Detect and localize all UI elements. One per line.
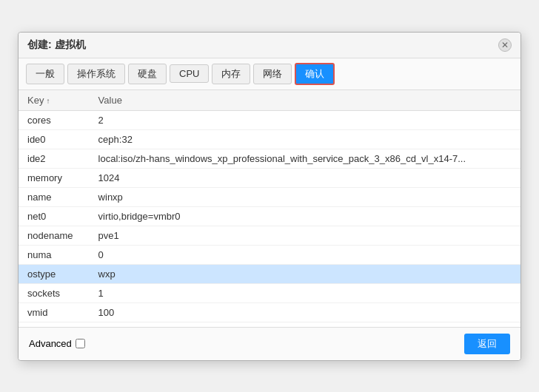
row-key: cores (19, 110, 90, 129)
row-value: 1024 (90, 168, 520, 187)
table-row: ide2local:iso/zh-hans_windows_xp_profess… (19, 149, 520, 168)
tab-general[interactable]: 一般 (26, 64, 64, 84)
table-row: cores2 (19, 110, 520, 129)
row-key: vmid (19, 303, 90, 322)
tab-os[interactable]: 操作系统 (67, 64, 125, 84)
col-value-header: Value (90, 90, 520, 111)
table-row: nodenamepve1 (19, 226, 520, 245)
row-value: wxp (90, 264, 520, 283)
row-key: numa (19, 245, 90, 264)
dialog-title: 创建: 虚拟机 (27, 38, 86, 52)
row-value: winxp (90, 187, 520, 206)
advanced-section: Advanced (29, 338, 85, 349)
sort-arrow-icon: ↑ (46, 97, 50, 105)
col-key-header: Key↑ (19, 90, 90, 111)
advanced-label: Advanced (29, 338, 72, 349)
table-row: namewinxp (19, 187, 520, 206)
row-key: nodename (19, 226, 90, 245)
dialog: 创建: 虚拟机 ✕ 一般 操作系统 硬盘 CPU 内存 网络 确认 Key↑ V… (18, 32, 521, 361)
table-row: sockets1 (19, 283, 520, 303)
row-key: sockets (19, 283, 90, 303)
table-container: Key↑ Value cores2ide0ceph:32ide2local:is… (19, 90, 520, 327)
table-row: ide0ceph:32 (19, 129, 520, 149)
row-value: 0 (90, 245, 520, 264)
tab-confirm[interactable]: 确认 (295, 63, 335, 85)
row-key: memory (19, 168, 90, 187)
tab-bar: 一般 操作系统 硬盘 CPU 内存 网络 确认 (19, 58, 520, 90)
row-value: ceph:32 (90, 129, 520, 149)
row-key: net0 (19, 206, 90, 226)
table-row: vmid100 (19, 303, 520, 322)
row-key: ostype (19, 264, 90, 283)
table-row: net0virtio,bridge=vmbr0 (19, 206, 520, 226)
close-button[interactable]: ✕ (498, 38, 512, 52)
table-row: ostypewxp (19, 264, 520, 283)
table-row: numa0 (19, 245, 520, 264)
row-key: ide2 (19, 149, 90, 168)
tab-memory[interactable]: 内存 (212, 64, 250, 84)
row-value: pve1 (90, 226, 520, 245)
row-key: ide0 (19, 129, 90, 149)
dialog-header: 创建: 虚拟机 ✕ (19, 33, 520, 58)
row-value: 1 (90, 283, 520, 303)
tab-cpu[interactable]: CPU (170, 64, 209, 83)
advanced-checkbox[interactable] (76, 339, 85, 348)
row-value: 100 (90, 303, 520, 322)
row-value: local:iso/zh-hans_windows_xp_professiona… (90, 149, 520, 168)
row-value: 2 (90, 110, 520, 129)
config-table: Key↑ Value cores2ide0ceph:32ide2local:is… (19, 90, 520, 322)
tab-network[interactable]: 网络 (253, 64, 292, 84)
return-button[interactable]: 返回 (464, 334, 510, 354)
dialog-footer: Advanced 返回 (19, 327, 520, 360)
tab-disk[interactable]: 硬盘 (128, 64, 167, 84)
row-key: name (19, 187, 90, 206)
row-value: virtio,bridge=vmbr0 (90, 206, 520, 226)
table-row: memory1024 (19, 168, 520, 187)
table-header-row: Key↑ Value (19, 90, 520, 111)
